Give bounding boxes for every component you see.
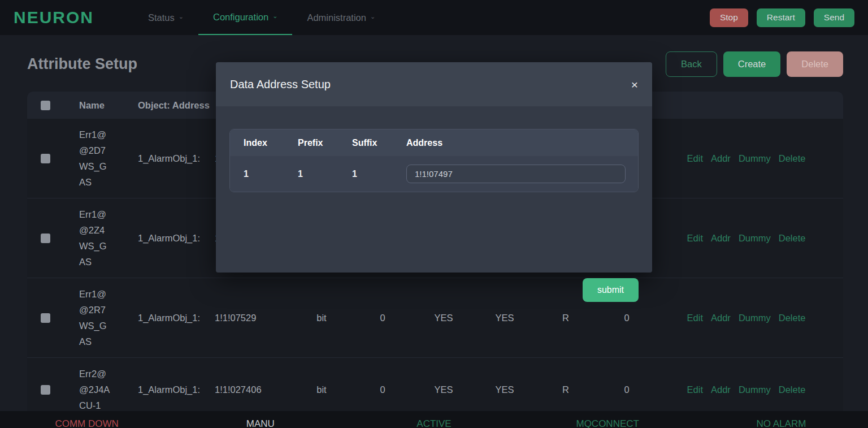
nav-item-label: Status bbox=[148, 12, 175, 23]
modal-header-index: Index bbox=[230, 138, 284, 148]
index-value: 1 bbox=[230, 169, 284, 179]
chevron-down-icon: ⌄ bbox=[179, 13, 184, 20]
row-checkbox[interactable] bbox=[41, 313, 50, 323]
status-comm-down: COMM DOWN bbox=[0, 411, 173, 428]
edit-link[interactable]: Edit bbox=[687, 382, 703, 397]
nav-item-label: Administration bbox=[307, 12, 366, 23]
modal-header-prefix: Prefix bbox=[284, 138, 338, 148]
modal-title: Data Address Setup bbox=[230, 78, 331, 91]
nav-item-configuration[interactable]: Configuration⌄ bbox=[198, 0, 292, 35]
row-actions: EditAddrDummyDelete bbox=[657, 230, 843, 246]
table-row: Err1@@2R7WS_GAS1_AlarmObj_1:1!1!07529bit… bbox=[27, 278, 843, 358]
edit-link[interactable]: Edit bbox=[687, 150, 703, 166]
app: NEURON Status⌄Configuration⌄Administrati… bbox=[0, 0, 868, 428]
prefix-value: 1 bbox=[284, 169, 338, 179]
dummy-link[interactable]: Dummy bbox=[739, 150, 771, 166]
row-checkbox[interactable] bbox=[41, 234, 50, 243]
object-cell: 1_AlarmObj_1: bbox=[138, 230, 215, 246]
modal-table-header: Index Prefix Suffix Address bbox=[230, 129, 638, 156]
header-cell-name: Name bbox=[79, 97, 138, 113]
row-checkbox[interactable] bbox=[41, 385, 50, 395]
address-cell: 1!1!027406 bbox=[215, 382, 291, 397]
addr-link[interactable]: Addr bbox=[711, 382, 731, 397]
value-cell: 0 bbox=[596, 310, 657, 326]
delete-link[interactable]: Delete bbox=[779, 150, 806, 166]
name-line: AS bbox=[79, 334, 138, 349]
value-cell: R bbox=[535, 382, 596, 397]
name-line: WS_G bbox=[79, 318, 138, 334]
close-icon[interactable]: × bbox=[631, 79, 638, 90]
name-line: Err1@ bbox=[79, 286, 138, 302]
object-cell: 1_AlarmObj_1: bbox=[138, 310, 215, 326]
name-cell: Err2@@2J4ACU-1 bbox=[79, 366, 138, 411]
app-logo: NEURON bbox=[14, 8, 110, 27]
name-line: @2D7 bbox=[79, 142, 138, 158]
top-nav: NEURON Status⌄Configuration⌄Administrati… bbox=[0, 0, 868, 35]
dummy-link[interactable]: Dummy bbox=[739, 382, 771, 397]
name-line: Err2@ bbox=[79, 366, 138, 382]
name-line: WS_G bbox=[79, 158, 138, 174]
checkbox-cell bbox=[27, 385, 79, 395]
delete-link[interactable]: Delete bbox=[779, 230, 806, 246]
address-input[interactable] bbox=[406, 165, 626, 183]
value-cell: R bbox=[535, 310, 596, 326]
value-cell: YES bbox=[413, 382, 474, 397]
dummy-link[interactable]: Dummy bbox=[739, 230, 771, 246]
address-cell: 1!1!07529 bbox=[215, 310, 291, 326]
header-cell bbox=[27, 101, 79, 110]
send-button[interactable]: Send bbox=[814, 8, 854, 27]
checkbox-cell bbox=[27, 234, 79, 243]
nav-item-status[interactable]: Status⌄ bbox=[133, 0, 198, 35]
value-cell: 0 bbox=[352, 310, 413, 326]
name-line: @2J4A bbox=[79, 382, 138, 397]
value-cell: YES bbox=[413, 310, 474, 326]
nav-item-administration[interactable]: Administration⌄ bbox=[292, 0, 390, 35]
row-checkbox[interactable] bbox=[41, 154, 50, 163]
name-cell: Err1@@2R7WS_GAS bbox=[79, 286, 138, 349]
name-line: AS bbox=[79, 174, 138, 190]
value-cell: bit bbox=[291, 310, 352, 326]
modal-table: Index Prefix Suffix Address 1 1 1 bbox=[229, 129, 639, 192]
nav-menu: Status⌄Configuration⌄Administration⌄ bbox=[133, 0, 390, 35]
name-line: CU-1 bbox=[79, 397, 138, 411]
edit-link[interactable]: Edit bbox=[687, 230, 703, 246]
checkbox-cell bbox=[27, 154, 79, 163]
value-cell: 0 bbox=[352, 382, 413, 397]
delete-link[interactable]: Delete bbox=[779, 310, 806, 326]
name-line: WS_G bbox=[79, 238, 138, 254]
delete-button[interactable]: Delete bbox=[787, 51, 843, 77]
nav-item-label: Configuration bbox=[213, 12, 268, 23]
modal-header-address: Address bbox=[393, 138, 638, 148]
name-cell: Err1@@2Z4WS_GAS bbox=[79, 206, 138, 270]
data-address-setup-modal: Data Address Setup × Index Prefix Suffix… bbox=[216, 62, 652, 273]
value-cell: 0 bbox=[596, 382, 657, 397]
name-line: Err1@ bbox=[79, 127, 138, 142]
value-cell: YES bbox=[474, 382, 535, 397]
table-row: Err2@@2J4ACU-11_AlarmObj_1:1!1!027406bit… bbox=[27, 358, 843, 411]
suffix-value: 1 bbox=[338, 169, 393, 179]
edit-link[interactable]: Edit bbox=[687, 310, 703, 326]
delete-link[interactable]: Delete bbox=[779, 382, 806, 397]
select-all-checkbox[interactable] bbox=[41, 101, 50, 110]
status-mqconnect: MQCONNECT bbox=[521, 411, 695, 428]
dummy-link[interactable]: Dummy bbox=[739, 310, 771, 326]
addr-link[interactable]: Addr bbox=[711, 230, 731, 246]
page-buttons: BackCreateDelete bbox=[666, 51, 843, 77]
stop-button[interactable]: Stop bbox=[710, 8, 748, 27]
chevron-down-icon: ⌄ bbox=[370, 13, 375, 20]
value-cell: YES bbox=[474, 310, 535, 326]
page-title: Attribute Setup bbox=[27, 55, 137, 73]
object-cell: 1_AlarmObj_1: bbox=[138, 382, 215, 397]
submit-button[interactable]: submit bbox=[583, 278, 639, 302]
restart-button[interactable]: Restart bbox=[757, 8, 805, 27]
addr-link[interactable]: Addr bbox=[711, 150, 731, 166]
status-bar: COMM DOWNMANUACTIVEMQCONNECTNO ALARM bbox=[0, 411, 868, 428]
modal-body: Index Prefix Suffix Address 1 1 1 submit bbox=[216, 106, 652, 273]
name-line: Err1@ bbox=[79, 206, 138, 222]
status-manu: MANU bbox=[173, 411, 347, 428]
modal-header: Data Address Setup × bbox=[216, 62, 652, 106]
create-button[interactable]: Create bbox=[723, 51, 781, 77]
row-actions: EditAddrDummyDelete bbox=[657, 150, 843, 166]
addr-link[interactable]: Addr bbox=[711, 310, 731, 326]
back-button[interactable]: Back bbox=[666, 51, 717, 77]
